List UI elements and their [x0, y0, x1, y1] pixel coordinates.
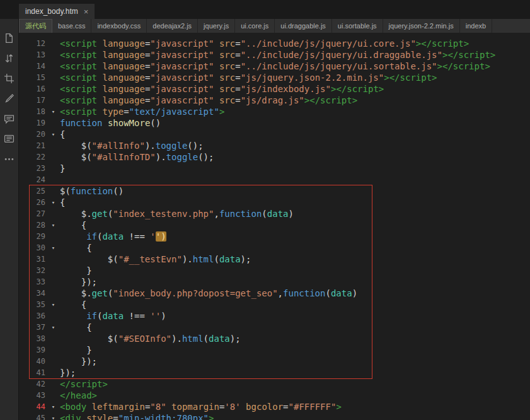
- code-text: <script language="javascript" src="../in…: [60, 38, 469, 49]
- code-line-45[interactable]: 45▾<div style="min-width:780px">: [19, 412, 530, 420]
- line-number: 17: [19, 95, 47, 106]
- fold-spacer: [47, 288, 60, 299]
- code-line-29[interactable]: 29 if(data !== ''): [19, 231, 530, 242]
- code-line-34[interactable]: 34 $.get("index_body.php?dopost=get_seo"…: [19, 288, 530, 299]
- code-text: $(function(): [60, 185, 124, 197]
- code-text: {: [60, 242, 92, 254]
- fold-arrow-icon[interactable]: ▾: [47, 401, 60, 412]
- fold-spacer: [47, 344, 60, 356]
- comment-block-icon[interactable]: [4, 134, 14, 144]
- code-line-28[interactable]: 28▾ {: [19, 219, 530, 231]
- code-line-38[interactable]: 38 $("#SEOInfo").html(data);: [19, 333, 530, 344]
- code-lines: 12<script language="javascript" src="../…: [19, 38, 530, 420]
- code-text: {: [60, 219, 86, 231]
- related-file-ui.sortable.js[interactable]: ui.sortable.js: [332, 19, 383, 33]
- code-line-20[interactable]: 20▾{: [19, 129, 530, 140]
- code-line-37[interactable]: 37▾ {: [19, 322, 530, 333]
- code-line-27[interactable]: 27 $.get("index_testenv.php",function(da…: [19, 208, 530, 219]
- line-number: 31: [19, 254, 47, 265]
- code-line-24[interactable]: 24: [19, 174, 530, 185]
- code-line-14[interactable]: 14<script language="javascript" src="../…: [19, 61, 530, 72]
- code-line-31[interactable]: 31 $("#__testEvn").html(data);: [19, 254, 530, 265]
- crop-tool-icon[interactable]: [4, 73, 14, 84]
- sort-lines-icon[interactable]: [4, 53, 14, 64]
- document-tab-title: index_body.htm: [25, 7, 78, 16]
- code-line-33[interactable]: 33 });: [19, 276, 530, 288]
- fold-spacer: [47, 163, 60, 174]
- code-editor[interactable]: 12<script language="javascript" src="../…: [19, 33, 530, 420]
- code-line-44[interactable]: 44▾<body leftmargin="8" topmargin='8' bg…: [19, 401, 530, 412]
- code-line-32[interactable]: 32 }: [19, 265, 530, 276]
- code-line-23[interactable]: 23}: [19, 163, 530, 174]
- line-number: 36: [19, 310, 47, 322]
- comment-icon[interactable]: [4, 114, 14, 124]
- code-line-43[interactable]: 43</head>: [19, 390, 530, 401]
- code-line-41[interactable]: 41});: [19, 367, 530, 378]
- code-line-42[interactable]: 42</script>: [19, 378, 530, 390]
- fold-arrow-icon[interactable]: ▾: [47, 129, 60, 140]
- code-line-18[interactable]: 18▾<script type="text/javascript">: [19, 106, 530, 117]
- code-text: function showMore(): [60, 117, 161, 129]
- code-text: }: [60, 265, 92, 276]
- code-line-39[interactable]: 39 }: [19, 344, 530, 356]
- new-file-icon[interactable]: [4, 33, 14, 44]
- more-icon[interactable]: [4, 154, 14, 165]
- code-line-19[interactable]: 19function showMore(): [19, 117, 530, 129]
- fold-spacer: [47, 310, 60, 322]
- code-line-12[interactable]: 12<script language="javascript" src="../…: [19, 38, 530, 49]
- fold-arrow-icon[interactable]: ▾: [47, 219, 60, 231]
- code-line-40[interactable]: 40 });: [19, 356, 530, 367]
- fold-spacer: [47, 185, 60, 197]
- code-text: <div style="min-width:780px">: [60, 412, 214, 420]
- format-brush-icon[interactable]: [4, 93, 14, 104]
- document-tab[interactable]: index_body.htm ×: [19, 4, 95, 19]
- code-text: });: [60, 356, 97, 367]
- code-line-21[interactable]: 21 $("#allInfo").toggle();: [19, 140, 530, 151]
- code-line-15[interactable]: 15<script language="javascript" src="js/…: [19, 72, 530, 83]
- code-line-13[interactable]: 13<script language="javascript" src="../…: [19, 49, 530, 61]
- line-number: 22: [19, 151, 47, 163]
- code-line-16[interactable]: 16<script language="javascript" src="js/…: [19, 83, 530, 95]
- fold-spacer: [47, 38, 60, 49]
- line-number: 41: [19, 367, 47, 378]
- code-text: }: [60, 344, 92, 356]
- code-line-25[interactable]: 25$(function(): [19, 185, 530, 197]
- related-file-ui.draggable.js[interactable]: ui.draggable.js: [275, 19, 332, 33]
- code-text: <script language="javascript" src="js/jq…: [60, 72, 437, 83]
- related-file-source-code[interactable]: 源代码: [19, 19, 52, 33]
- related-file-indexb[interactable]: indexb: [460, 19, 492, 33]
- fold-spacer: [47, 367, 60, 378]
- fold-arrow-icon[interactable]: ▾: [47, 197, 60, 208]
- code-text: {: [60, 299, 86, 310]
- code-line-36[interactable]: 36 if(data !== ''): [19, 310, 530, 322]
- fold-arrow-icon[interactable]: ▾: [47, 322, 60, 333]
- related-file-jquery.js[interactable]: jquery.js: [198, 19, 235, 33]
- code-text: <script language="javascript" src="js/in…: [60, 83, 384, 95]
- fold-spacer: [47, 140, 60, 151]
- fold-arrow-icon[interactable]: ▾: [47, 106, 60, 117]
- line-number: 39: [19, 344, 47, 356]
- line-number: 26: [19, 197, 47, 208]
- fold-arrow-icon[interactable]: ▾: [47, 412, 60, 420]
- fold-arrow-icon[interactable]: ▾: [47, 299, 60, 310]
- related-file-indexbody.css[interactable]: indexbody.css: [91, 19, 147, 33]
- code-line-26[interactable]: 26▾{: [19, 197, 530, 208]
- code-text: $("#__testEvn").html(data);: [60, 254, 251, 265]
- close-tab-icon[interactable]: ×: [84, 8, 89, 16]
- line-number: 33: [19, 276, 47, 288]
- fold-spacer: [47, 254, 60, 265]
- related-file-ui.core.js[interactable]: ui.core.js: [235, 19, 275, 33]
- code-line-22[interactable]: 22 $("#allInfoTD").toggle();: [19, 151, 530, 163]
- related-file-base.css[interactable]: base.css: [52, 19, 91, 33]
- code-line-35[interactable]: 35▾ {: [19, 299, 530, 310]
- line-number: 42: [19, 378, 47, 390]
- fold-arrow-icon[interactable]: ▾: [47, 242, 60, 254]
- fold-spacer: [47, 151, 60, 163]
- code-text: }: [60, 163, 65, 174]
- related-file-dedeajax2.js[interactable]: dedeajax2.js: [147, 19, 198, 33]
- line-number: 25: [19, 185, 47, 197]
- code-line-30[interactable]: 30▾ {: [19, 242, 530, 254]
- code-line-17[interactable]: 17<script language="javascript" src="js/…: [19, 95, 530, 106]
- related-file-jquery.json-2.2.min.js[interactable]: jquery.json-2.2.min.js: [383, 19, 460, 33]
- code-text: </head>: [60, 390, 97, 401]
